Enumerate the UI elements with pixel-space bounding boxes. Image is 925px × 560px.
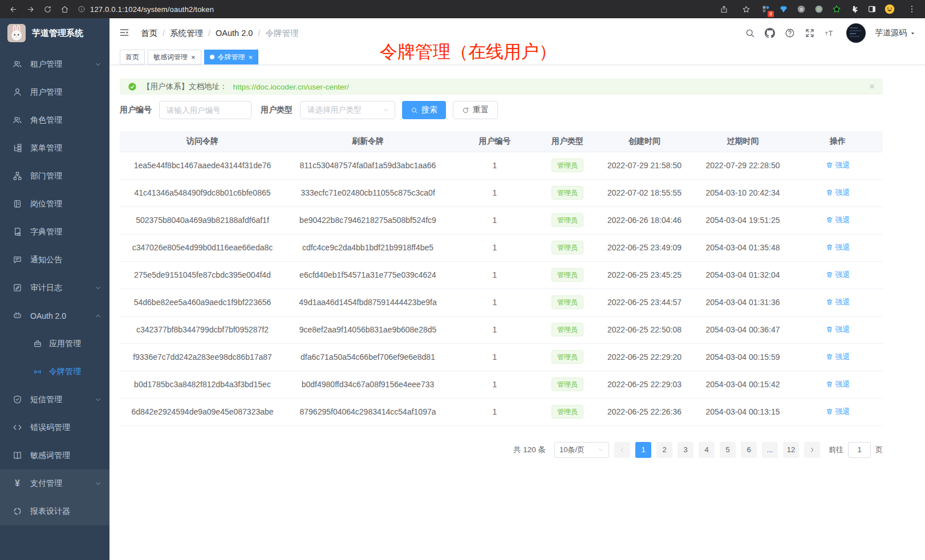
access-token-cell: c342377bf8b344799dcbf7bf095287f2	[120, 316, 285, 343]
sidebar-subitem-app-management[interactable]: 应用管理	[0, 330, 109, 358]
alert-close-icon[interactable]: ×	[869, 81, 875, 92]
page-ellipsis[interactable]: ...	[762, 442, 778, 458]
force-logout-button[interactable]: 强退	[826, 160, 850, 171]
page-size-select[interactable]: 10条/页	[554, 442, 609, 458]
created-time-cell: 2022-06-26 18:04:46	[596, 206, 693, 234]
extensions-puzzle-icon[interactable]	[848, 3, 861, 15]
user-type-cell: 管理员	[539, 261, 596, 289]
force-logout-button[interactable]: 强退	[826, 297, 850, 307]
sidebar-item-user-management[interactable]: 用户管理	[0, 78, 109, 106]
username: 芋道源码	[875, 28, 907, 38]
sidebar-item-notice-announcement[interactable]: 通知公告	[0, 246, 109, 274]
prev-page-button[interactable]	[614, 442, 630, 458]
force-logout-button[interactable]: 强退	[826, 379, 850, 389]
font-size-icon[interactable]	[824, 28, 835, 39]
extension-star-icon[interactable]	[830, 3, 843, 15]
github-icon[interactable]	[764, 28, 775, 39]
page-button-6[interactable]: 6	[741, 442, 757, 458]
bookmark-star-icon[interactable]	[737, 2, 754, 17]
sidebar-item-oauth2[interactable]: OAuth 2.0	[0, 302, 109, 330]
tab-首页[interactable]: 首页	[120, 50, 145, 64]
search-button-label: 搜索	[421, 105, 437, 115]
sidebar-item-audit-log[interactable]: 审计日志	[0, 274, 109, 302]
page-button-2[interactable]: 2	[656, 442, 672, 458]
page-button-4[interactable]: 4	[699, 442, 715, 458]
page-list: 123456...12	[635, 442, 799, 458]
column-header: 操作	[793, 131, 883, 152]
force-logout-button[interactable]: 强退	[826, 215, 850, 225]
sidebar-item-sms-management[interactable]: 短信管理	[0, 385, 109, 413]
goto-page-input[interactable]	[848, 442, 871, 458]
search-button[interactable]: 搜索	[402, 101, 446, 119]
user-avatar[interactable]	[846, 23, 866, 43]
page-button-12[interactable]: 12	[783, 442, 799, 458]
sidebar-item-payment-management[interactable]: ¥支付管理	[0, 469, 109, 497]
extension-record-icon[interactable]	[813, 3, 825, 15]
extension-gem-icon[interactable]	[777, 3, 790, 15]
force-logout-button[interactable]: 强退	[826, 324, 850, 335]
sidebar-item-menu-management[interactable]: 菜单管理	[0, 134, 109, 162]
sidebar-subitem-token-management[interactable]: 令牌管理	[0, 358, 109, 385]
tab-令牌管理[interactable]: 令牌管理×	[204, 50, 259, 64]
force-logout-button[interactable]: 强退	[826, 352, 850, 362]
sidebar-item-role-management[interactable]: 角色管理	[0, 106, 109, 134]
extension-command-icon[interactable]	[795, 3, 808, 15]
page-button-3[interactable]: 3	[677, 442, 693, 458]
sidebar-item-report-designer[interactable]: 报表设计器	[0, 497, 109, 525]
force-logout-button[interactable]: 强退	[826, 407, 850, 417]
breadcrumb-oauth2[interactable]: OAuth 2.0	[216, 29, 253, 38]
page-info-icon[interactable]	[78, 5, 86, 13]
tab-close-icon[interactable]: ×	[249, 54, 253, 61]
app-logo-row[interactable]: 芋道管理系统	[0, 18, 109, 48]
created-time-cell: 2022-06-25 22:29:03	[596, 371, 693, 398]
sidebar-item-error-code-management[interactable]: 错误码管理	[0, 413, 109, 441]
sidebar-item-sensitive-word-management[interactable]: 敏感词管理	[0, 441, 109, 469]
url-text: 127.0.0.1:1024/system/oauth2/token	[90, 5, 214, 14]
share-icon[interactable]	[715, 2, 732, 17]
search-icon[interactable]	[744, 28, 755, 39]
next-page-button[interactable]	[804, 442, 820, 458]
home-icon[interactable]	[56, 2, 73, 17]
sidebar-item-dict-management[interactable]: 字典管理	[0, 218, 109, 246]
sidebar-item-tenant-management[interactable]: 租户管理	[0, 50, 109, 78]
profile-avatar[interactable]	[883, 3, 896, 15]
tree-icon	[13, 143, 22, 153]
page-button-5[interactable]: 5	[720, 442, 736, 458]
side-panel-icon[interactable]	[866, 3, 878, 15]
sidebar-item-post-management[interactable]: 岗位管理	[0, 190, 109, 218]
user-type-select[interactable]: 请选择用户类型	[300, 101, 395, 119]
force-logout-button[interactable]: 强退	[826, 188, 850, 198]
help-icon[interactable]	[784, 28, 795, 39]
browser-menu-icon[interactable]	[906, 3, 918, 15]
force-logout-button[interactable]: 强退	[826, 242, 850, 253]
refresh-token-cell: be90422b8c7946218275a508bf524fc9	[285, 206, 451, 234]
sidebar-item-dept-management[interactable]: 部门管理	[0, 162, 109, 190]
user-type-cell: 管理员	[539, 343, 596, 371]
address-bar[interactable]: 127.0.0.1:1024/system/oauth2/token	[78, 5, 214, 14]
forward-icon[interactable]	[22, 2, 39, 17]
extension-grid-icon[interactable]: 9	[760, 3, 772, 15]
page-button-1[interactable]: 1	[635, 442, 651, 458]
reload-icon[interactable]	[39, 2, 56, 17]
user-id-cell: 1	[451, 371, 539, 398]
collapse-sidebar-icon[interactable]	[119, 27, 131, 39]
user-id-input[interactable]	[159, 101, 251, 119]
shield-icon	[13, 395, 22, 404]
refresh-token-cell: cdfc4ce9c2da4bb1bdf21b9918ff4be5	[285, 234, 451, 261]
created-time-cell: 2022-06-25 22:50:08	[596, 316, 693, 343]
column-header: 用户类型	[539, 131, 596, 152]
force-logout-label: 强退	[835, 270, 850, 280]
tab-敏感词管理[interactable]: 敏感词管理×	[148, 50, 201, 64]
tab-close-icon[interactable]: ×	[191, 54, 196, 61]
reset-button[interactable]: 重置	[453, 101, 498, 119]
trash-icon	[826, 408, 833, 415]
force-logout-button[interactable]: 强退	[826, 270, 850, 280]
fullscreen-icon[interactable]	[804, 28, 815, 39]
breadcrumb-home[interactable]: 首页	[141, 28, 157, 39]
back-icon[interactable]	[5, 2, 22, 17]
table-row: f9336e7c7dd242a283ee98dc86b17a87dfa6c71a…	[120, 343, 883, 371]
search-icon	[411, 107, 418, 114]
user-menu[interactable]: 芋道源码	[875, 28, 916, 38]
alert-doc-link[interactable]: https://doc.iocoder.cn/user-center/	[233, 83, 349, 91]
breadcrumb-system[interactable]: 系统管理	[170, 28, 203, 39]
